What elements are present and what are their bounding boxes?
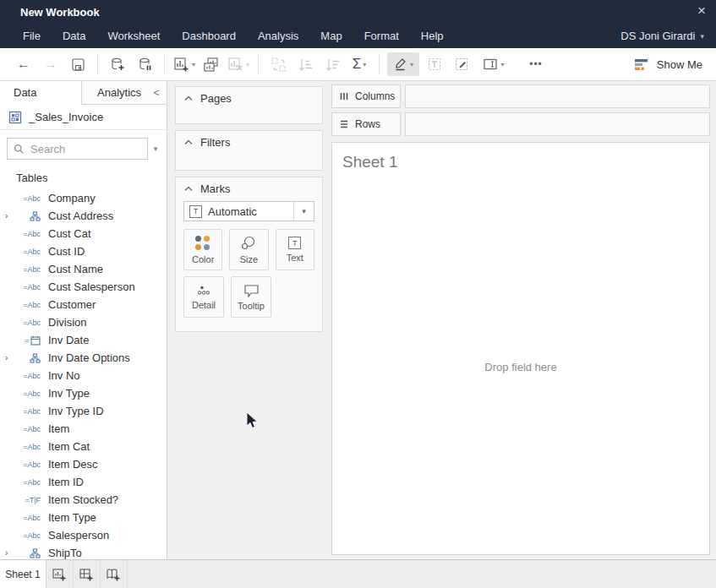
- field-row[interactable]: =AbcCust Name: [0, 260, 167, 278]
- menu-help[interactable]: Help: [410, 30, 455, 42]
- search-input[interactable]: Search: [7, 138, 148, 160]
- fit-selector-button[interactable]: ▾: [477, 52, 511, 76]
- filters-card-header[interactable]: Filters: [176, 131, 322, 152]
- show-mark-labels-button[interactable]: [423, 52, 446, 76]
- tab-analytics[interactable]: Analytics: [82, 81, 146, 104]
- field-row[interactable]: =AbcInv Type: [0, 384, 167, 402]
- field-row[interactable]: ›Cust Address: [0, 207, 167, 225]
- account-menu[interactable]: DS Joni Girardi ▾: [620, 30, 716, 42]
- collapse-pane-icon[interactable]: <: [146, 81, 167, 104]
- field-row[interactable]: =AbcItem Cat: [0, 438, 167, 455]
- search-row: Search ▾: [0, 130, 167, 166]
- columns-shelf-droparea[interactable]: [405, 84, 710, 108]
- field-row[interactable]: =AbcInv Type ID: [0, 402, 167, 420]
- tooltip-label: Tooltip: [238, 301, 265, 311]
- duplicate-sheet-button[interactable]: [199, 52, 223, 76]
- chevron-up-icon: [184, 95, 193, 101]
- field-row[interactable]: =AbcItem Type: [0, 509, 167, 526]
- marks-card-header[interactable]: Marks: [176, 177, 322, 199]
- show-me-button[interactable]: Show Me: [633, 58, 702, 71]
- field-label: Cust Address: [48, 210, 113, 222]
- field-row[interactable]: ›Inv Date Options: [0, 349, 167, 367]
- mark-labels-icon: [427, 57, 442, 72]
- menu-file[interactable]: File: [12, 30, 52, 42]
- menu-data[interactable]: Data: [52, 30, 96, 42]
- field-row[interactable]: =AbcCustomer: [0, 296, 167, 313]
- expand-chevron-icon[interactable]: ›: [5, 211, 14, 220]
- sheet-tab[interactable]: Sheet 1: [0, 560, 46, 588]
- field-label: Cust Cat: [48, 227, 91, 240]
- chevron-down-icon[interactable]: ▾: [293, 202, 314, 220]
- calculated-string-field-icon: =Abc: [14, 248, 41, 256]
- filters-card: Filters: [175, 130, 323, 171]
- fix-axes-button[interactable]: [450, 52, 473, 76]
- tooltip-icon: [243, 284, 260, 297]
- hierarchy-field-icon: [14, 211, 41, 221]
- field-row[interactable]: =AbcItem ID: [0, 473, 167, 491]
- menu-worksheet[interactable]: Worksheet: [96, 30, 171, 42]
- close-icon[interactable]: ×: [697, 3, 706, 19]
- field-row[interactable]: =AbcCust ID: [0, 242, 167, 260]
- highlight-button[interactable]: ▾: [387, 52, 419, 76]
- field-row[interactable]: =AbcDivision: [0, 313, 167, 331]
- field-label: Division: [48, 316, 87, 329]
- menu-format[interactable]: Format: [353, 30, 410, 42]
- tooltip-button[interactable]: Tooltip: [231, 276, 271, 318]
- field-label: Item Stocked?: [48, 493, 118, 506]
- detail-button[interactable]: Detail: [183, 276, 224, 318]
- field-row[interactable]: =AbcCust Salesperson: [0, 278, 167, 296]
- totals-button[interactable]: Σ ▾: [347, 52, 371, 76]
- sort-ascending-button[interactable]: [293, 52, 317, 76]
- show-me-icon: [633, 58, 650, 71]
- clear-sheet-button[interactable]: ▾: [227, 52, 250, 76]
- new-story-tab-button[interactable]: [101, 560, 128, 588]
- expand-chevron-icon[interactable]: ›: [5, 548, 14, 558]
- new-worksheet-tab-button[interactable]: [46, 560, 74, 588]
- field-row[interactable]: =AbcItem: [0, 420, 167, 438]
- menu-dashboard[interactable]: Dashboard: [171, 30, 247, 42]
- field-label: Company: [48, 192, 96, 204]
- field-row[interactable]: =AbcSalesperson: [0, 526, 167, 544]
- save-button[interactable]: [66, 52, 90, 76]
- pause-auto-updates-button[interactable]: [133, 52, 156, 76]
- swap-rows-columns-button[interactable]: [266, 52, 290, 76]
- sheet-canvas[interactable]: Sheet 1 Drop field here: [331, 142, 710, 555]
- menu-analysis[interactable]: Analysis: [247, 30, 309, 42]
- field-row[interactable]: =AbcCust Cat: [0, 225, 167, 242]
- data-source-name: _Sales_Invoice: [29, 111, 103, 123]
- calculated-string-field-icon: =Abc: [14, 372, 41, 380]
- sort-descending-button[interactable]: [320, 52, 344, 76]
- field-row[interactable]: =T|FItem Stocked?: [0, 491, 167, 509]
- size-button[interactable]: Size: [229, 229, 268, 270]
- pages-card-header[interactable]: Pages: [176, 87, 322, 108]
- field-label: Inv Type: [48, 387, 90, 400]
- new-data-source-button[interactable]: [106, 52, 129, 76]
- field-row[interactable]: =AbcCompany: [0, 189, 167, 207]
- color-button[interactable]: Color: [183, 229, 222, 270]
- size-label: Size: [240, 254, 258, 264]
- undo-button[interactable]: ←: [12, 52, 36, 76]
- text-button[interactable]: T Text: [276, 229, 314, 270]
- chevron-down-icon: ▾: [700, 32, 704, 41]
- size-icon: [240, 236, 257, 251]
- new-dashboard-tab-button[interactable]: [74, 560, 101, 588]
- duplicate-sheet-icon: [203, 57, 220, 73]
- expand-chevron-icon[interactable]: ›: [5, 353, 14, 362]
- field-row[interactable]: ›ShipTo: [0, 544, 167, 559]
- field-row[interactable]: =Inv Date: [0, 331, 167, 349]
- menu-map[interactable]: Map: [309, 30, 353, 42]
- field-label: Inv No: [48, 369, 80, 382]
- field-row[interactable]: =AbcItem Desc: [0, 455, 167, 473]
- field-row[interactable]: =AbcInv No: [0, 367, 167, 384]
- toolbar-separator: [258, 54, 259, 74]
- data-source-item[interactable]: _Sales_Invoice: [0, 105, 167, 130]
- mark-type-dropdown[interactable]: T Automatic ▾: [183, 201, 314, 221]
- color-icon: [195, 236, 210, 251]
- new-worksheet-button[interactable]: ▾: [172, 52, 196, 76]
- field-label: Cust ID: [48, 245, 85, 258]
- rows-shelf-droparea[interactable]: [405, 112, 710, 136]
- redo-button[interactable]: →: [39, 52, 63, 76]
- tab-data[interactable]: Data: [0, 81, 82, 105]
- search-options-icon[interactable]: ▾: [148, 144, 163, 153]
- more-toolbar-button[interactable]: •••: [524, 52, 548, 76]
